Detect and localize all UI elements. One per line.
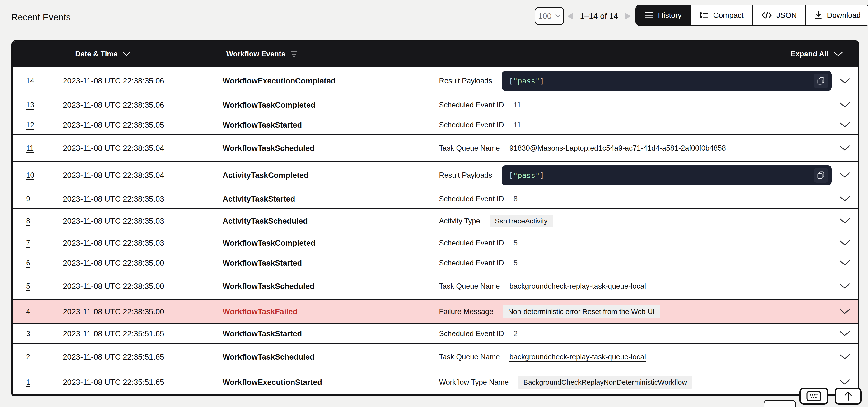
column-header-workflow-events[interactable]: Workflow Events [226,50,297,58]
event-timestamp: 2023-11-08 UTC 22:38:35.06 [63,100,223,109]
expand-row-button[interactable] [832,78,858,84]
event-detail: Scheduled Event ID 5 [439,239,832,247]
copy-icon [817,77,825,85]
detail-label: Scheduled Event ID [439,259,504,267]
detail-label: Activity Type [439,217,480,225]
expand-row-button[interactable] [832,331,858,336]
copy-button[interactable] [814,73,828,88]
event-id-link[interactable]: 9 [26,195,30,203]
detail-text-value: 5 [514,259,518,267]
event-timestamp: 2023-11-08 UTC 22:35:51.65 [63,329,223,338]
tab-compact[interactable]: Compact [690,5,752,25]
event-id-link[interactable]: 12 [26,121,34,129]
event-detail: Activity Type SsnTraceActivity [439,215,832,227]
event-name: WorkflowTaskScheduled [223,144,439,153]
detail-label: Workflow Type Name [439,378,508,386]
event-id-link[interactable]: 13 [26,101,34,109]
next-page-icon[interactable] [625,12,630,20]
chevron-down-icon [839,78,850,84]
code-icon [762,11,772,19]
detail-value: 5 [514,259,832,267]
expand-row-button[interactable] [832,354,858,359]
page-title: Recent Events [11,12,71,23]
event-id-link[interactable]: 10 [26,171,34,179]
copy-icon [817,171,825,179]
page-size-select[interactable]: 100 [535,7,564,25]
event-id-link[interactable]: 7 [26,239,30,247]
event-detail: Scheduled Event ID 5 [439,259,832,267]
chevron-down-icon [839,354,850,359]
event-id-cell: 9 [12,195,63,203]
expand-row-button[interactable] [832,173,858,178]
event-id-link[interactable]: 5 [26,282,30,290]
event-detail: Scheduled Event ID 8 [439,195,832,203]
keyboard-icon [806,391,822,401]
event-id-cell: 7 [12,239,63,247]
event-detail: Result Payloads ["pass"] [439,71,832,91]
event-id-cell: 4 [12,307,63,316]
detail-value: backgroundcheck-replay-task-queue-local [509,282,832,290]
table-row: 1 2023-11-08 UTC 22:35:51.65 WorkflowExe… [12,370,858,394]
page-size-select-bottom[interactable]: 100 [764,400,796,407]
event-name: WorkflowTaskStarted [223,258,439,268]
event-name: WorkflowTaskStarted [223,329,439,338]
detail-link-value[interactable]: backgroundcheck-replay-task-queue-local [509,353,646,361]
chevron-down-icon [834,52,843,57]
detail-text-value: 8 [514,195,518,203]
expand-all-button[interactable]: Expand All [790,50,843,58]
detail-text-value: 2 [514,330,518,338]
event-timestamp: 2023-11-08 UTC 22:38:35.04 [63,144,223,153]
event-id-link[interactable]: 6 [26,259,30,267]
event-id-link[interactable]: 8 [26,217,30,225]
table-row: 7 2023-11-08 UTC 22:38:35.03 WorkflowTas… [12,233,858,253]
event-id-cell: 5 [12,282,63,290]
detail-label: Scheduled Event ID [439,195,504,203]
event-id-link[interactable]: 4 [26,307,30,316]
event-id-link[interactable]: 14 [26,76,34,85]
tab-json[interactable]: JSON [752,5,805,25]
event-id-link[interactable]: 3 [26,330,30,338]
payload-code: ["pass"] [509,171,814,180]
expand-row-button[interactable] [832,196,858,201]
expand-row-button[interactable] [832,260,858,265]
expand-row-button[interactable] [832,379,858,385]
filter-icon [291,51,297,57]
expand-row-button[interactable] [832,218,858,224]
expand-row-button[interactable] [832,102,858,108]
detail-link-value[interactable]: backgroundcheck-replay-task-queue-local [509,282,646,290]
copy-button[interactable] [814,168,828,183]
event-id-link[interactable]: 2 [26,353,30,361]
column-header-date-time[interactable]: Date & Time [75,50,130,58]
table-row: 6 2023-11-08 UTC 22:38:35.00 WorkflowTas… [12,253,858,273]
event-id-link[interactable]: 1 [26,378,30,386]
event-name: WorkflowExecutionStarted [223,378,439,387]
expand-row-button[interactable] [832,240,858,246]
tab-history[interactable]: History [636,5,690,25]
expand-row-button[interactable] [832,122,858,128]
event-detail: Task Queue Name 91830@Masons-Laptop:ed1c… [439,144,832,153]
detail-link-value[interactable]: 91830@Masons-Laptop:ed1c54a9-ac71-41d4-a… [509,144,726,153]
event-timestamp: 2023-11-08 UTC 22:35:51.65 [63,352,223,362]
event-detail: Scheduled Event ID 11 [439,101,832,109]
detail-value: 2 [514,330,832,338]
event-id-cell: 3 [12,330,63,338]
detail-value: Non-deterministic error Reset from the W… [503,305,832,318]
expand-row-button[interactable] [832,309,858,314]
menu-icon [645,11,653,19]
event-timestamp: 2023-11-08 UTC 22:38:35.05 [63,121,223,129]
detail-label: Task Queue Name [439,353,500,361]
detail-text-value: 5 [514,239,518,247]
detail-value: backgroundcheck-replay-task-queue-local [509,353,832,361]
event-timestamp: 2023-11-08 UTC 22:38:35.00 [63,258,223,268]
detail-value: 11 [514,121,832,129]
expand-row-button[interactable] [832,146,858,151]
expand-all-label: Expand All [790,50,828,58]
download-button[interactable]: Download [805,5,868,25]
previous-page-icon[interactable] [567,12,573,20]
event-id-link[interactable]: 11 [26,144,34,152]
expand-row-button[interactable] [832,283,858,289]
chevron-down-icon [839,218,850,224]
arrow-up-icon [844,391,852,401]
table-row: 4 2023-11-08 UTC 22:38:35.00 WorkflowTas… [12,299,858,323]
table-row: 11 2023-11-08 UTC 22:38:35.04 WorkflowTa… [12,134,858,161]
